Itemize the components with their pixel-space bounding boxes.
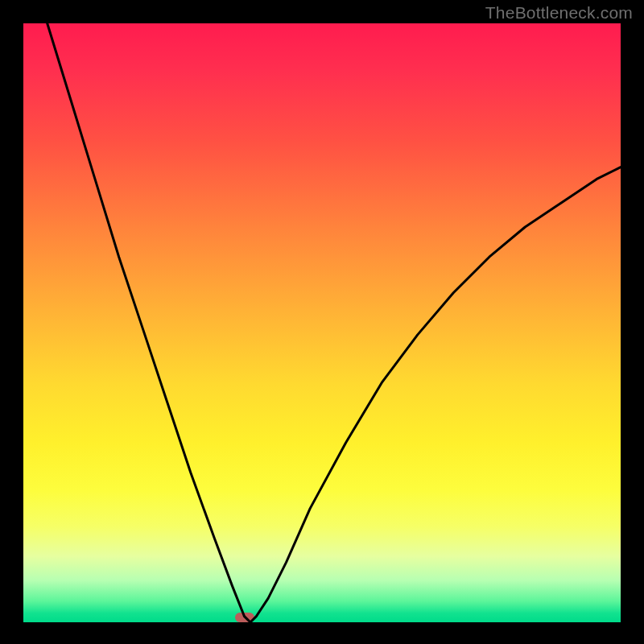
chart-background-gradient [23, 23, 621, 622]
chart-stage: TheBottleneck.com [0, 0, 644, 644]
watermark-text: TheBottleneck.com [485, 3, 633, 23]
optimal-marker [235, 613, 254, 622]
